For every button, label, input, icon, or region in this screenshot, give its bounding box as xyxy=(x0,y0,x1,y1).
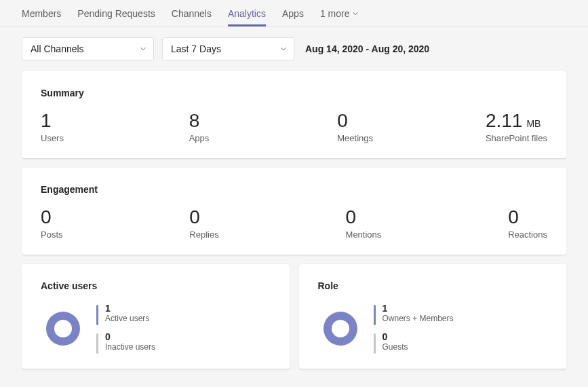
stat-posts: 0 Posts xyxy=(41,207,63,240)
channel-select-value: All Channels xyxy=(31,43,84,54)
active-users-donut-chart xyxy=(46,312,80,346)
stat-reactions-label: Reactions xyxy=(508,229,547,240)
legend-guests: 0 Guests xyxy=(374,332,454,354)
stat-files-label: SharePoint files xyxy=(486,133,547,143)
legend-active-value: 1 xyxy=(105,303,149,314)
stat-users-label: Users xyxy=(41,133,189,143)
chevron-down-icon xyxy=(280,45,287,52)
stat-apps: 8 Apps xyxy=(189,111,338,143)
tab-pending-requests[interactable]: Pending Requests xyxy=(77,8,155,26)
legend-bar-icon xyxy=(96,305,98,325)
legend-owners: 1 Owners + Members xyxy=(374,303,454,325)
role-donut-chart xyxy=(324,312,357,346)
legend-bar-icon xyxy=(96,333,98,354)
active-users-card: Active users 1 Active users 0 xyxy=(22,264,290,369)
legend-guests-value: 0 xyxy=(383,332,408,342)
summary-title: Summary xyxy=(41,88,547,98)
stat-files-unit: MB xyxy=(526,119,541,129)
stat-apps-label: Apps xyxy=(189,133,338,143)
legend-inactive-label: Inactive users xyxy=(105,342,155,352)
channel-select[interactable]: All Channels xyxy=(22,37,154,60)
stat-posts-value: 0 xyxy=(41,207,63,228)
stat-meetings-value: 0 xyxy=(337,111,486,132)
date-range: Aug 14, 2020 - Aug 20, 2020 xyxy=(302,43,429,54)
engagement-card: Engagement 0 Posts 0 Replies 0 Mentions … xyxy=(22,168,566,255)
legend-owners-label: Owners + Members xyxy=(383,314,454,323)
role-title: Role xyxy=(318,280,548,291)
stat-apps-value: 8 xyxy=(189,111,338,132)
tab-apps[interactable]: Apps xyxy=(282,8,304,26)
stat-reactions-value: 0 xyxy=(508,207,547,228)
stat-meetings: 0 Meetings xyxy=(337,111,486,143)
stat-files-value: 2.11 xyxy=(486,111,523,132)
stat-users: 1 Users xyxy=(41,111,189,143)
tab-bar: Members Pending Requests Channels Analyt… xyxy=(0,0,588,26)
legend-active: 1 Active users xyxy=(96,303,155,325)
legend-guests-label: Guests xyxy=(383,342,408,352)
role-legend: 1 Owners + Members 0 Guests xyxy=(374,303,454,354)
tab-channels[interactable]: Channels xyxy=(172,8,212,26)
engagement-title: Engagement xyxy=(41,184,547,195)
stat-replies-value: 0 xyxy=(189,207,218,228)
legend-owners-value: 1 xyxy=(383,303,454,314)
active-users-title: Active users xyxy=(41,280,271,291)
legend-bar-icon xyxy=(374,333,376,354)
tab-more-label: 1 more xyxy=(320,8,350,19)
period-select[interactable]: Last 7 Days xyxy=(162,37,294,60)
stat-replies: 0 Replies xyxy=(189,207,218,240)
active-users-legend: 1 Active users 0 Inactive users xyxy=(96,303,155,354)
tab-members[interactable]: Members xyxy=(22,8,61,26)
legend-inactive-value: 0 xyxy=(105,332,155,342)
summary-card: Summary 1 Users 8 Apps 0 Meetings 2.11 M… xyxy=(22,71,566,158)
legend-inactive: 0 Inactive users xyxy=(96,332,155,354)
legend-bar-icon xyxy=(374,305,376,325)
tab-analytics[interactable]: Analytics xyxy=(228,8,266,26)
period-select-value: Last 7 Days xyxy=(171,43,221,54)
stat-files: 2.11 MB SharePoint files xyxy=(486,111,547,143)
chevron-down-icon xyxy=(140,45,146,52)
stat-replies-label: Replies xyxy=(189,229,218,240)
stat-mentions: 0 Mentions xyxy=(346,207,382,240)
stat-posts-label: Posts xyxy=(41,229,63,240)
tab-more[interactable]: 1 more xyxy=(320,8,359,26)
role-card: Role 1 Owners + Members 0 xyxy=(299,264,567,369)
stat-mentions-value: 0 xyxy=(346,207,382,228)
stat-mentions-label: Mentions xyxy=(346,229,382,240)
stat-users-value: 1 xyxy=(41,111,189,132)
filter-bar: All Channels Last 7 Days Aug 14, 2020 - … xyxy=(0,26,588,71)
stat-meetings-label: Meetings xyxy=(337,133,486,143)
stat-reactions: 0 Reactions xyxy=(508,207,547,240)
chevron-down-icon xyxy=(352,10,359,17)
legend-active-label: Active users xyxy=(105,314,149,323)
